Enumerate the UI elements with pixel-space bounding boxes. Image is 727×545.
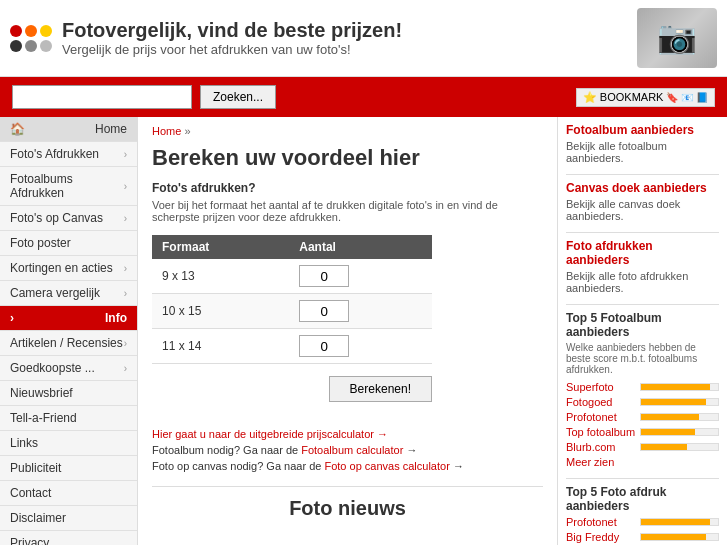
- label: Tell-a-Friend: [10, 411, 77, 425]
- arrow-icon: ›: [124, 213, 127, 224]
- label: Publiciteit: [10, 461, 61, 475]
- canvas-section: Canvas doek aanbieders Bekijk alle canva…: [566, 181, 719, 222]
- foto-profotonet-link[interactable]: Profotonet: [566, 516, 636, 528]
- top5-item-profotonet: Profotonet: [566, 411, 719, 423]
- fotoalbum-prefix: Fotoalbum nodig? Ga naar de: [152, 444, 301, 456]
- canvas-link[interactable]: Foto op canvas calculator: [324, 460, 449, 472]
- divider-4: [566, 478, 719, 479]
- header: Fotovergelijk, vind de beste prijzen! Ve…: [0, 0, 727, 77]
- sidebar-item-goedkoopste[interactable]: Goedkoopste ... ›: [0, 356, 137, 381]
- sidebar-item-nieuwsbrief[interactable]: Nieuwsbrief: [0, 381, 137, 406]
- sidebar-item-camera[interactable]: Camera vergelijk ›: [0, 281, 137, 306]
- header-text: Fotovergelijk, vind de beste prijzen! Ve…: [62, 19, 637, 57]
- arrow-icon: ›: [124, 363, 127, 374]
- superfoto-link[interactable]: Superfoto: [566, 381, 636, 393]
- bar-profotonet: [640, 413, 719, 421]
- label: Foto's op Canvas: [10, 211, 103, 225]
- canvas-text: Bekijk alle canvas doek aanbieders.: [566, 198, 719, 222]
- col-formaat: Formaat: [152, 235, 289, 259]
- sidebar-item-privacy[interactable]: Privacy: [0, 531, 137, 545]
- calc-links: Hier gaat u naar de uitgebreide prijscal…: [152, 428, 543, 472]
- label: Info: [105, 311, 127, 325]
- qty-input-11x14[interactable]: [299, 335, 349, 357]
- dot-6: [40, 40, 52, 52]
- dot-4: [10, 40, 22, 52]
- canvas-suffix: →: [453, 460, 464, 472]
- sidebar-item-kortingen[interactable]: Kortingen en acties ›: [0, 256, 137, 281]
- topfotoalbum-link[interactable]: Top fotoalbum: [566, 426, 636, 438]
- label: Fotoalbums Afdrukken: [10, 172, 124, 200]
- sidebar-item-artikelen[interactable]: Artikelen / Recensies ›: [0, 331, 137, 356]
- logo-dots: [10, 25, 52, 52]
- page-wrapper: Fotovergelijk, vind de beste prijzen! Ve…: [0, 0, 727, 545]
- meer-zien-link[interactable]: Meer zien: [566, 456, 719, 468]
- label: Foto poster: [10, 236, 71, 250]
- top5-item-superfoto: Superfoto: [566, 381, 719, 393]
- sidebar-item-contact[interactable]: Contact: [0, 481, 137, 506]
- top5-fotoalbum-title: Top 5 Fotoalbum aanbieders: [566, 311, 719, 339]
- fotoalbum-text: Bekijk alle fotoalbum aanbieders.: [566, 140, 719, 164]
- qty-input-10x15[interactable]: [299, 300, 349, 322]
- header-title: Fotovergelijk, vind de beste prijzen!: [62, 19, 637, 42]
- fotoalbum-link[interactable]: Fotoalbum calculator: [301, 444, 403, 456]
- bar-topfotoalbum: [640, 428, 719, 436]
- top5-item-blurb: Blurb.com: [566, 441, 719, 453]
- search-button[interactable]: Zoeken...: [200, 85, 276, 109]
- bigfreddy-link[interactable]: Big Freddy: [566, 531, 636, 543]
- sidebar-item-canvas[interactable]: Foto's op Canvas ›: [0, 206, 137, 231]
- label: Goedkoopste ...: [10, 361, 95, 375]
- arrow-icon: ›: [124, 181, 127, 192]
- fotogoed-link[interactable]: Fotogoed: [566, 396, 636, 408]
- foto-afdrukken-title: Foto afdrukken aanbieders: [566, 239, 719, 267]
- aantal-11x14: [289, 329, 432, 364]
- prijscalculator-link[interactable]: Hier gaat u naar de uitgebreide prijscal…: [152, 428, 388, 440]
- label: Camera vergelijk: [10, 286, 100, 300]
- bookmark-area: ⭐ BOOKMARK 🔖 📧 📘: [576, 88, 715, 107]
- main-content: Home » Bereken uw voordeel hier Foto's a…: [138, 117, 557, 545]
- dot-1: [10, 25, 22, 37]
- calc-link-1: Hier gaat u naar de uitgebreide prijscal…: [152, 428, 543, 440]
- top5-fotoalbum-desc: Welke aanbieders hebben de beste score m…: [566, 342, 719, 375]
- calc-title: Bereken uw voordeel hier: [152, 145, 543, 171]
- sidebar-item-fotos-afdrukken[interactable]: Foto's Afdrukken ›: [0, 142, 137, 167]
- top5-foto-bigfreddy: Big Freddy: [566, 531, 719, 543]
- formaat-9x13: 9 x 13: [152, 259, 289, 294]
- top5-foto-profotonet: Profotonet: [566, 516, 719, 528]
- top5-item-fotogoed: Fotogoed: [566, 396, 719, 408]
- sidebar-item-links[interactable]: Links: [0, 431, 137, 456]
- sidebar-item-disclaimer[interactable]: Disclaimer: [0, 506, 137, 531]
- bookmark-button[interactable]: ⭐ BOOKMARK 🔖 📧 📘: [576, 88, 715, 107]
- sidebar: 🏠 Home Foto's Afdrukken › Fotoalbums Afd…: [0, 117, 138, 545]
- dot-3: [40, 25, 52, 37]
- label: Nieuwsbrief: [10, 386, 73, 400]
- qty-input-9x13[interactable]: [299, 265, 349, 287]
- canvas-title: Canvas doek aanbieders: [566, 181, 719, 195]
- label: Disclaimer: [10, 511, 66, 525]
- divider-1: [566, 174, 719, 175]
- sidebar-item-home[interactable]: 🏠 Home: [0, 117, 137, 142]
- sidebar-item-poster[interactable]: Foto poster: [0, 231, 137, 256]
- bar-foto-profotonet: [640, 518, 719, 526]
- label: Artikelen / Recensies: [10, 336, 123, 350]
- bar-superfoto: [640, 383, 719, 391]
- profotonet-link[interactable]: Profotonet: [566, 411, 636, 423]
- main-area: 🏠 Home Foto's Afdrukken › Fotoalbums Afd…: [0, 117, 727, 545]
- sidebar-item-fotoalbums[interactable]: Fotoalbums Afdrukken ›: [0, 167, 137, 206]
- formaat-10x15: 10 x 15: [152, 294, 289, 329]
- fotoalbum-section: Fotoalbum aanbieders Bekijk alle fotoalb…: [566, 123, 719, 164]
- berekenen-button[interactable]: Berekenen!: [329, 376, 432, 402]
- breadcrumb: Home »: [152, 125, 543, 137]
- label: Contact: [10, 486, 51, 500]
- sidebar-item-tell[interactable]: Tell-a-Friend: [0, 406, 137, 431]
- dot-2: [25, 25, 37, 37]
- sidebar-item-info[interactable]: › Info: [0, 306, 137, 331]
- breadcrumb-home[interactable]: Home: [152, 125, 181, 137]
- sidebar-item-publiciteit[interactable]: Publiciteit: [0, 456, 137, 481]
- calculator-box: Bereken uw voordeel hier Foto's afdrukke…: [152, 145, 543, 520]
- arrow-icon: ›: [124, 149, 127, 160]
- arrow-icon: ›: [124, 288, 127, 299]
- blurb-link[interactable]: Blurb.com: [566, 441, 636, 453]
- search-input[interactable]: [12, 85, 192, 109]
- bookmark-icon: ⭐: [583, 91, 597, 104]
- camera-image: [637, 8, 717, 68]
